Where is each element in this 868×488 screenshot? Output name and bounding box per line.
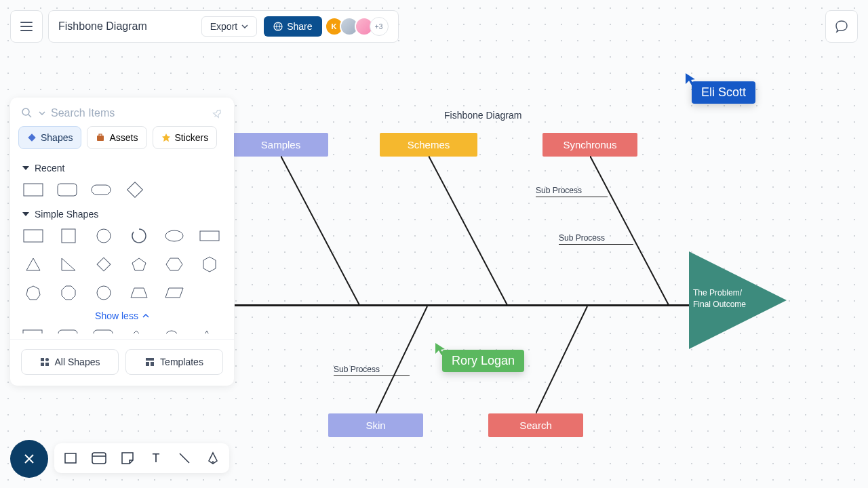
shape-hexagon-v[interactable] <box>199 256 220 272</box>
shape-octagon[interactable] <box>58 285 79 301</box>
shape-partial[interactable] <box>199 329 220 333</box>
sub-process-label[interactable]: Sub Process <box>559 233 605 243</box>
caret-down-icon <box>22 212 29 216</box>
shape-partial[interactable] <box>163 329 185 333</box>
svg-rect-9 <box>24 230 43 242</box>
svg-rect-17 <box>58 330 77 333</box>
tab-assets[interactable]: Assets <box>87 126 146 149</box>
svg-rect-6 <box>58 184 77 196</box>
collaborator-avatars[interactable]: K +3 <box>329 17 389 36</box>
tab-stickers[interactable]: Stickers <box>153 126 218 149</box>
tool-pen[interactable] <box>203 449 222 468</box>
all-shapes-button[interactable]: All Shapes <box>21 349 119 375</box>
section-simple-shapes[interactable]: Simple Shapes <box>10 202 234 224</box>
shape-partial[interactable] <box>22 329 44 333</box>
svg-rect-4 <box>99 134 102 136</box>
shape-pentagon[interactable] <box>128 256 150 272</box>
bone[interactable] <box>281 156 369 306</box>
svg-rect-24 <box>146 358 154 361</box>
svg-rect-23 <box>45 363 49 366</box>
shape-ellipse[interactable] <box>163 228 185 244</box>
comment-button[interactable] <box>825 10 858 43</box>
box-samples[interactable]: Samples <box>233 133 328 157</box>
pin-icon[interactable] <box>212 108 223 119</box>
svg-rect-26 <box>151 362 154 366</box>
shape-diamond[interactable] <box>124 182 146 198</box>
tool-card[interactable] <box>90 449 108 468</box>
shape-partial[interactable] <box>58 329 79 333</box>
shape-rect[interactable] <box>22 182 44 198</box>
shape-rounded-rect[interactable] <box>56 182 78 198</box>
bone[interactable] <box>536 306 597 415</box>
show-less-toggle[interactable]: Show less <box>10 305 234 327</box>
shape-decagon[interactable] <box>93 285 115 301</box>
tool-rect[interactable] <box>61 449 80 468</box>
shape-pill[interactable] <box>90 182 112 198</box>
search-input[interactable] <box>51 107 207 119</box>
chat-icon <box>834 19 849 34</box>
box-synchronus[interactable]: Synchronus <box>542 133 637 157</box>
shape-right-triangle[interactable] <box>58 256 79 272</box>
title-bar: Fishbone Diagram Export Share K +3 <box>48 10 399 43</box>
shape-rect[interactable] <box>22 228 44 244</box>
tool-line[interactable] <box>175 449 194 468</box>
box-skin[interactable]: Skin <box>328 413 423 437</box>
svg-rect-28 <box>92 453 106 464</box>
shape-heptagon[interactable] <box>22 285 44 301</box>
shape-arc[interactable] <box>128 228 150 244</box>
bone[interactable] <box>590 156 678 306</box>
section-recent[interactable]: Recent <box>10 156 234 178</box>
box-schemes[interactable]: Schemes <box>380 133 477 157</box>
svg-rect-5 <box>24 184 43 196</box>
box-search[interactable]: Search <box>488 413 583 437</box>
sub-process-label[interactable]: Sub Process <box>334 365 380 374</box>
hamburger-menu-button[interactable] <box>10 10 43 43</box>
shape-triangle[interactable] <box>22 256 44 272</box>
shape-rect-thin[interactable] <box>199 228 220 244</box>
svg-point-19 <box>165 331 178 333</box>
svg-line-37 <box>536 306 587 413</box>
cursor-tag-eli: Eli Scott <box>692 81 755 104</box>
shape-parallelogram[interactable] <box>163 285 185 301</box>
globe-icon <box>273 22 283 31</box>
tool-sticky[interactable] <box>118 449 137 468</box>
shape-diamond[interactable] <box>93 256 115 272</box>
star-icon <box>161 133 171 142</box>
shape-square[interactable] <box>58 228 79 244</box>
avatar-more[interactable]: +3 <box>370 17 389 36</box>
sub-process-line[interactable] <box>559 244 633 245</box>
chevron-up-icon <box>142 314 149 318</box>
svg-point-12 <box>165 230 183 241</box>
export-button[interactable]: Export <box>201 16 257 37</box>
svg-rect-10 <box>62 229 75 243</box>
share-button[interactable]: Share <box>264 16 321 37</box>
sub-process-label[interactable]: Sub Process <box>536 186 582 195</box>
sub-process-line[interactable] <box>334 375 410 376</box>
shapes-panel: Shapes Assets Stickers Recent Simple Sha… <box>10 98 234 386</box>
svg-rect-16 <box>23 330 42 333</box>
templates-button[interactable]: Templates <box>125 349 223 375</box>
shape-trapezoid[interactable] <box>128 285 150 301</box>
svg-rect-7 <box>92 185 111 195</box>
svg-line-35 <box>590 156 669 305</box>
tool-text[interactable]: T <box>146 449 165 468</box>
sub-process-line[interactable] <box>536 197 608 197</box>
hamburger-icon <box>20 22 33 31</box>
shape-partial[interactable] <box>128 329 150 333</box>
bone[interactable] <box>429 156 517 306</box>
briefcase-icon <box>96 133 105 142</box>
svg-line-34 <box>429 156 507 305</box>
bone[interactable] <box>376 306 437 415</box>
chevron-down-icon <box>39 111 45 115</box>
template-icon <box>145 357 155 367</box>
shape-hexagon[interactable] <box>163 256 185 272</box>
document-title[interactable]: Fishbone Diagram <box>58 20 195 33</box>
tab-shapes[interactable]: Shapes <box>18 126 81 149</box>
shape-circle[interactable] <box>93 228 115 244</box>
svg-line-31 <box>180 453 189 463</box>
svg-rect-22 <box>41 363 44 366</box>
svg-rect-25 <box>146 362 149 366</box>
shape-partial[interactable] <box>93 329 115 333</box>
close-panel-button[interactable] <box>10 440 48 478</box>
diagram-title: Fishbone Diagram <box>444 110 521 121</box>
